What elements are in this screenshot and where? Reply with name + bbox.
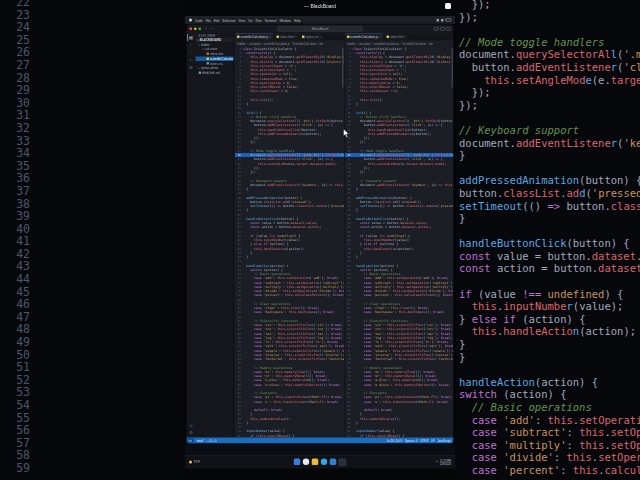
status-item[interactable]: UTF-8 xyxy=(420,439,428,442)
menu-edit[interactable]: Edit xyxy=(214,18,220,22)
chevron-right-icon: › xyxy=(357,42,358,45)
bg-code-line: const value = button.dataset.value; xyxy=(459,250,640,263)
vscode-app-icon[interactable] xyxy=(330,458,337,465)
breadcrumb-item[interactable]: calculator xyxy=(359,42,371,45)
nav-forward-icon[interactable]: › xyxy=(211,27,212,31)
menu-code[interactable]: Code xyxy=(195,18,203,22)
status-item[interactable]: Ln 26, Col 9 xyxy=(387,439,402,442)
start-app-icon[interactable] xyxy=(294,458,301,465)
menu-selection[interactable]: Selection xyxy=(222,18,235,22)
search-app-icon[interactable] xyxy=(303,458,310,465)
bg-line-number: 41 xyxy=(0,235,30,248)
menu-window[interactable]: Window xyxy=(280,18,291,22)
remote-indicator[interactable]: >< xyxy=(187,438,194,444)
terminal-app-icon[interactable] xyxy=(339,458,347,466)
browser-app-icon[interactable] xyxy=(321,458,328,465)
screen-capture: — BlackBoard CodeFileEditSelectionViewGo… xyxy=(185,0,455,480)
close-tab-icon[interactable]: × xyxy=(405,35,407,38)
explorer-sidebar: EXPLORER ▾ BLACKBOARD ▾hidden▾calculator… xyxy=(196,33,235,438)
bg-code-line: const action = button.dataset.action; xyxy=(459,262,640,275)
window-title-bar[interactable]: ‹ › BlackBoard xyxy=(187,25,454,33)
breadcrumb-item[interactable]: scientificCalculator.js xyxy=(374,42,400,45)
account-icon[interactable]: ◎ xyxy=(187,422,196,430)
tab-styles.css[interactable]: styles.css× xyxy=(300,33,325,41)
menu-go[interactable]: Go xyxy=(248,18,252,22)
file-README.md[interactable]: README.md xyxy=(196,71,234,76)
files-icon[interactable]: ▤ xyxy=(187,34,196,42)
close-tab-icon[interactable]: × xyxy=(269,35,271,38)
search-icon[interactable] xyxy=(437,19,440,22)
bg-code-line: switch (action) { xyxy=(459,388,640,401)
weather-widget[interactable]: 71°F xyxy=(189,461,200,464)
customize-layout-icon[interactable] xyxy=(446,27,451,31)
explorer-app-icon[interactable] xyxy=(312,458,319,465)
minimize-window-icon[interactable] xyxy=(194,27,197,30)
sun-icon xyxy=(189,461,192,464)
tab-label: scientificCalculator.js xyxy=(241,35,269,38)
maximize-window-icon[interactable] xyxy=(199,27,202,30)
menu-help[interactable]: Help xyxy=(294,18,301,22)
bg-line-number: 44 xyxy=(0,273,30,286)
chevron-right-icon: › xyxy=(247,42,248,45)
breadcrumb-item[interactable]: init xyxy=(429,42,433,45)
search-icon[interactable]: ○ xyxy=(187,41,196,49)
tab-scientificCalculator.js[interactable]: scientificCalculator.js× xyxy=(344,33,384,41)
close-tab-icon[interactable]: × xyxy=(320,35,322,38)
bg-code-line: this.handleAction(action); xyxy=(459,325,640,338)
bg-code-line: // Keyboard support xyxy=(459,124,640,137)
video-title: — BlackBoard xyxy=(185,3,455,9)
breadcrumb-item[interactable]: hidden xyxy=(238,42,246,45)
extensions-icon[interactable]: ⊞ xyxy=(187,64,196,72)
status-item[interactable]: JavaScript xyxy=(437,439,450,442)
bg-code-line: }); xyxy=(459,0,640,11)
breadcrumb-item[interactable]: scientificCalculator.js xyxy=(264,42,290,45)
tab-scientificCalculator.js[interactable]: scientificCalculator.js× xyxy=(235,33,275,41)
run-debug-icon[interactable]: ▷ xyxy=(187,56,196,64)
breadcrumb-item[interactable]: ScientificCalculator xyxy=(293,42,317,45)
tab-index.html[interactable]: index.html× xyxy=(384,33,409,41)
apple-logo-icon[interactable] xyxy=(189,19,192,22)
code-editor[interactable]: 1class ScientificCalculator {2 construct… xyxy=(235,47,344,438)
status-item[interactable]: Spaces: 4 xyxy=(405,439,417,442)
control-center-icon[interactable] xyxy=(441,19,444,22)
scrollbar[interactable] xyxy=(452,48,454,88)
breadcrumb-item[interactable]: init xyxy=(319,42,323,45)
command-center[interactable]: BlackBoard xyxy=(277,26,363,32)
bg-code-line xyxy=(459,363,640,376)
menu-file[interactable]: File xyxy=(206,18,211,22)
md-file-icon xyxy=(199,72,202,75)
js-file-icon xyxy=(302,35,305,38)
bg-code-line: setTimeout(() => button.classList.remove… xyxy=(459,200,640,213)
bg-line-number: 49 xyxy=(0,336,30,349)
mouse-cursor xyxy=(343,129,350,141)
breadcrumb-item[interactable]: calculator xyxy=(249,42,261,45)
split-editor-icon[interactable] xyxy=(440,27,445,31)
editor-group-1: scientificCalculator.js×index.html×style… xyxy=(234,33,344,438)
tab-index.html[interactable]: index.html× xyxy=(274,33,299,41)
status-item[interactable]: LF xyxy=(431,439,434,442)
status-item[interactable]: ○ 0 △ 0 xyxy=(207,439,216,442)
status-item[interactable]: main* xyxy=(197,439,204,442)
clock[interactable]: 11:25 PM 11/9/2023 xyxy=(440,459,451,465)
bg-code-line xyxy=(459,275,640,288)
battery-icon xyxy=(446,18,452,21)
bg-line-number: 39 xyxy=(0,210,30,223)
tray-date: 11/9/2023 xyxy=(440,462,451,465)
toggle-panel-icon[interactable] xyxy=(434,27,439,31)
close-tab-icon[interactable]: × xyxy=(295,35,297,38)
breadcrumb-item[interactable]: hidden xyxy=(347,42,355,45)
close-tab-icon[interactable]: × xyxy=(379,35,381,38)
menu-run[interactable]: Run xyxy=(256,18,262,22)
settings-gear-icon[interactable]: ⚙ xyxy=(187,429,196,437)
menu-view[interactable]: View xyxy=(238,18,245,22)
code-editor[interactable]: 1class ScientificCalculator {2 construct… xyxy=(344,47,453,438)
close-window-icon[interactable] xyxy=(190,27,193,30)
file-label: calculator xyxy=(205,48,218,51)
bg-code-line xyxy=(459,225,640,238)
breadcrumb-item[interactable]: ScientificCalculator xyxy=(402,42,426,45)
tray-chevron-icon[interactable]: ^ xyxy=(436,461,437,464)
nav-back-icon[interactable]: ‹ xyxy=(206,27,207,31)
menu-terminal[interactable]: Terminal xyxy=(264,18,276,22)
source-control-icon[interactable]: ⑃ xyxy=(187,49,196,57)
activity-bar: ▤○⑃▷⊞◎⚙ xyxy=(187,33,196,438)
